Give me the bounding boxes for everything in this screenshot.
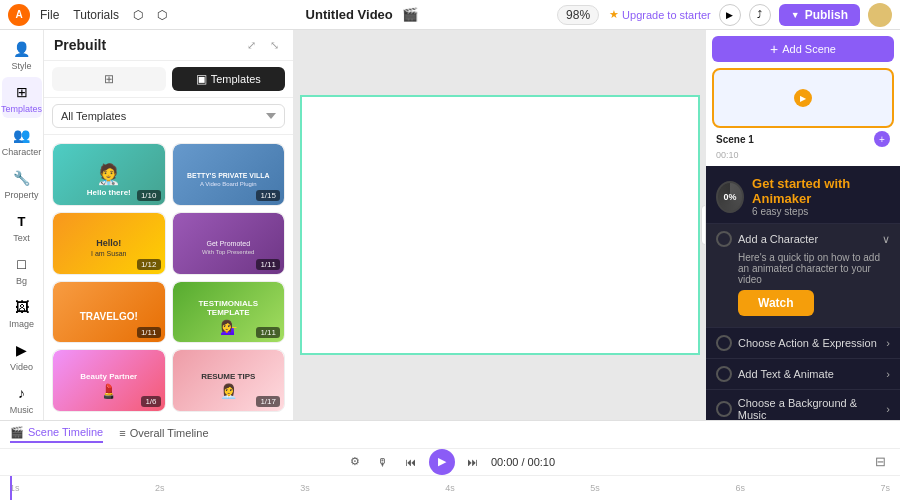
- menu-extra2[interactable]: ⬡: [157, 8, 167, 22]
- ruler-track: 1s 2s 3s 4s 5s 6s 7s: [10, 476, 890, 500]
- topbar: A File Tutorials ⬡ ⬡ Untitled Video 🎬 98…: [0, 0, 900, 30]
- title-icon: 🎬: [402, 7, 418, 22]
- menu-extra1[interactable]: ⬡: [133, 8, 143, 22]
- gs-items-list: Add a Character ∨ Here's a quick tip on …: [706, 223, 900, 420]
- panel-tabs: ⊞ ▣ Templates: [44, 61, 293, 98]
- tab-scenes[interactable]: ⊞: [52, 67, 166, 91]
- zoom-indicator[interactable]: 98%: [557, 5, 599, 25]
- ruler-needle[interactable]: [10, 476, 12, 500]
- chevron-right-icon: ›: [886, 368, 890, 380]
- sidebar-item-character[interactable]: 👥 Character: [2, 120, 42, 161]
- card-badge: 1/17: [256, 396, 280, 407]
- tab-overall-timeline[interactable]: ≡ Overall Timeline: [119, 427, 208, 441]
- template-card[interactable]: Beauty Partner 💄 1/6: [52, 349, 166, 412]
- tab-templates[interactable]: ▣ Templates: [172, 67, 286, 91]
- templates-tab-icon: ▣: [196, 72, 207, 86]
- gs-item-add-text[interactable]: Add Text & Animate ›: [706, 358, 900, 389]
- right-panel: Add Scene ▶ Scene 1 + 00:10 0% Get start…: [705, 30, 900, 420]
- menu-file[interactable]: File: [40, 8, 59, 22]
- sidebar-item-text[interactable]: T Text: [2, 206, 42, 247]
- template-card[interactable]: RESUME TIPS 👩‍💼 1/17: [172, 349, 286, 412]
- card-badge: 1/15: [256, 190, 280, 201]
- gs-header: 0% Get started with Animaker 6 easy step…: [706, 166, 900, 223]
- template-card[interactable]: Get Promoted With Top Presented 1/11: [172, 212, 286, 275]
- ruler-mark: 3s: [300, 483, 310, 493]
- sidebar-item-style[interactable]: 👤 Style: [2, 34, 42, 75]
- sidebar-item-video[interactable]: ▶ Video: [2, 335, 42, 376]
- timeline: 🎬 Scene Timeline ≡ Overall Timeline ⚙ 🎙 …: [0, 420, 900, 500]
- image-icon: 🖼: [11, 296, 33, 318]
- scene-play-icon: ▶: [794, 89, 812, 107]
- gs-item-left: Add a Character: [716, 231, 818, 247]
- bg-icon: □: [11, 253, 33, 275]
- document-title: Untitled Video 🎬: [177, 7, 547, 22]
- skip-back-button[interactable]: ⏮: [401, 452, 421, 472]
- property-icon: 🔧: [11, 167, 33, 189]
- main-canvas[interactable]: [300, 95, 700, 355]
- scene-timeline-icon: 🎬: [10, 426, 24, 439]
- gs-check-add-text: [716, 366, 732, 382]
- upgrade-button[interactable]: Upgrade to starter: [609, 8, 711, 21]
- subtitles-button[interactable]: ⊟: [870, 452, 890, 472]
- template-card[interactable]: BETTY'S PRIVATE VILLA A Video Board Plug…: [172, 143, 286, 206]
- gs-item-label-add-text: Add Text & Animate: [738, 368, 834, 380]
- card-badge: 1/6: [141, 396, 160, 407]
- collapse-icon[interactable]: ⤡: [265, 36, 283, 54]
- sidebar-item-music[interactable]: ♪ Music: [2, 378, 42, 419]
- sidebar-item-templates[interactable]: ⊞ Templates: [2, 77, 42, 118]
- prebuilt-title: Prebuilt: [54, 37, 106, 53]
- tab-scene-timeline[interactable]: 🎬 Scene Timeline: [10, 426, 103, 443]
- template-filter[interactable]: All Templates Business Education Social …: [52, 104, 285, 128]
- timeline-ruler: 1s 2s 3s 4s 5s 6s 7s: [0, 476, 900, 500]
- gs-item-left: Choose a Background & Music: [716, 397, 886, 420]
- card-badge: 1/12: [137, 259, 161, 270]
- settings-button[interactable]: ⚙: [345, 452, 365, 472]
- timeline-tabs: 🎬 Scene Timeline ≡ Overall Timeline: [0, 421, 900, 449]
- preview-button[interactable]: ▶: [719, 4, 741, 26]
- chevron-right-icon: ›: [886, 337, 890, 349]
- sidebar-item-property[interactable]: 🔧 Property: [2, 163, 42, 204]
- panel-collapse-button[interactable]: ‹: [701, 205, 705, 245]
- template-card[interactable]: 🧑‍⚕️ Hello there! 1/10: [52, 143, 166, 206]
- watch-button[interactable]: Watch: [738, 290, 814, 316]
- canvas-area: ‹: [294, 30, 705, 420]
- gs-item-label-add-character: Add a Character: [738, 233, 818, 245]
- card-badge: 1/11: [137, 327, 161, 338]
- template-card[interactable]: TESTIMONIALS TEMPLATE 💁‍♀️ 1/11: [172, 281, 286, 344]
- publish-button[interactable]: Publish: [779, 4, 860, 26]
- add-scene-button[interactable]: Add Scene: [712, 36, 894, 62]
- user-avatar[interactable]: [868, 3, 892, 27]
- prebuilt-icons: ⤢ ⤡: [242, 36, 283, 54]
- template-card[interactable]: Hello! I am Susan 1/12: [52, 212, 166, 275]
- gs-progress-circle: 0%: [716, 181, 744, 213]
- gs-check-choose-bg: [716, 401, 732, 417]
- play-button[interactable]: ▶: [429, 449, 455, 475]
- scene-label: Scene 1: [716, 134, 754, 145]
- template-card[interactable]: TRAVELGO! 1/11: [52, 281, 166, 344]
- mic-button[interactable]: 🎙: [373, 452, 393, 472]
- scene-thumbnail-area: Add Scene ▶ Scene 1 + 00:10: [706, 30, 900, 166]
- sidebar-item-image[interactable]: 🖼 Image: [2, 292, 42, 333]
- scene-duration: 00:10: [712, 150, 894, 160]
- share-button[interactable]: ⤴: [749, 4, 771, 26]
- scene-card[interactable]: ▶: [712, 68, 894, 128]
- ruler-marks: 1s 2s 3s 4s 5s 6s 7s: [10, 483, 890, 493]
- gs-item-choose-bg[interactable]: Choose a Background & Music ›: [706, 389, 900, 420]
- timeline-right-icons: ⊟: [870, 452, 890, 472]
- getting-started-panel: 0% Get started with Animaker 6 easy step…: [706, 166, 900, 420]
- app-logo[interactable]: A: [8, 4, 30, 26]
- current-time: 00:00 / 00:10: [491, 456, 555, 468]
- skip-forward-button[interactable]: ⏭: [463, 452, 483, 472]
- chevron-down-icon: ∨: [882, 233, 890, 246]
- scene-add-icon[interactable]: +: [874, 131, 890, 147]
- scenes-tab-icon: ⊞: [104, 72, 114, 86]
- expand-icon[interactable]: ⤢: [242, 36, 260, 54]
- style-icon: 👤: [11, 38, 33, 60]
- topbar-actions: Upgrade to starter ▶ ⤴ Publish: [609, 3, 892, 27]
- sidebar-item-bg[interactable]: □ Bg: [2, 249, 42, 290]
- overall-timeline-icon: ≡: [119, 427, 125, 439]
- menu-tutorials[interactable]: Tutorials: [73, 8, 119, 22]
- ruler-mark: 5s: [590, 483, 600, 493]
- gs-item-choose-action[interactable]: Choose Action & Expression ›: [706, 327, 900, 358]
- gs-item-add-character[interactable]: Add a Character ∨ Here's a quick tip on …: [706, 223, 900, 327]
